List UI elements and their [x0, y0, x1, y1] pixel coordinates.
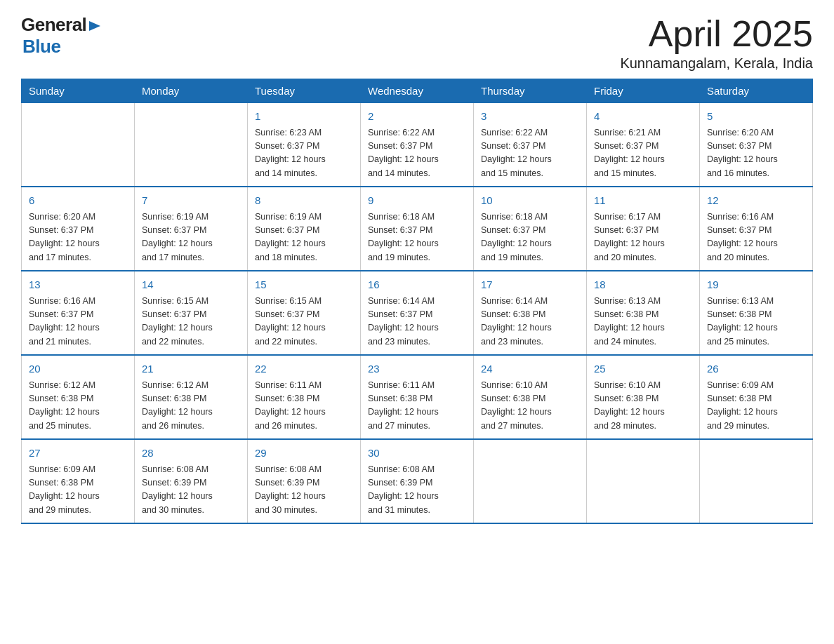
- calendar-cell: 15Sunrise: 6:15 AM Sunset: 6:37 PM Dayli…: [248, 271, 361, 355]
- calendar-cell: 24Sunrise: 6:10 AM Sunset: 6:38 PM Dayli…: [474, 355, 587, 439]
- calendar-cell: 17Sunrise: 6:14 AM Sunset: 6:38 PM Dayli…: [474, 271, 587, 355]
- weekday-header-tuesday: Tuesday: [248, 79, 361, 103]
- calendar-cell: 14Sunrise: 6:15 AM Sunset: 6:37 PM Dayli…: [135, 271, 248, 355]
- day-number: 21: [142, 361, 240, 377]
- day-number: 2: [368, 109, 466, 125]
- calendar-week-row: 27Sunrise: 6:09 AM Sunset: 6:38 PM Dayli…: [22, 439, 813, 523]
- weekday-header-saturday: Saturday: [700, 79, 813, 103]
- day-number: 8: [255, 193, 353, 209]
- day-number: 23: [368, 361, 466, 377]
- calendar-week-row: 20Sunrise: 6:12 AM Sunset: 6:38 PM Dayli…: [22, 355, 813, 439]
- day-number: 29: [255, 445, 353, 462]
- calendar-cell: [474, 439, 587, 523]
- day-info: Sunrise: 6:18 AM Sunset: 6:37 PM Dayligh…: [368, 210, 466, 265]
- day-info: Sunrise: 6:20 AM Sunset: 6:37 PM Dayligh…: [29, 210, 127, 265]
- day-number: 13: [29, 277, 127, 293]
- day-number: 10: [481, 193, 579, 209]
- title-area: April 2025 Kunnamangalam, Kerala, India: [620, 14, 813, 72]
- calendar-cell: 10Sunrise: 6:18 AM Sunset: 6:37 PM Dayli…: [474, 187, 587, 271]
- calendar-cell: 18Sunrise: 6:13 AM Sunset: 6:38 PM Dayli…: [587, 271, 700, 355]
- day-info: Sunrise: 6:12 AM Sunset: 6:38 PM Dayligh…: [29, 379, 127, 434]
- calendar-header: SundayMondayTuesdayWednesdayThursdayFrid…: [22, 79, 813, 103]
- calendar-cell: 28Sunrise: 6:08 AM Sunset: 6:39 PM Dayli…: [135, 439, 248, 523]
- day-info: Sunrise: 6:22 AM Sunset: 6:37 PM Dayligh…: [481, 126, 579, 181]
- calendar-cell: 3Sunrise: 6:22 AM Sunset: 6:37 PM Daylig…: [474, 103, 587, 187]
- day-info: Sunrise: 6:22 AM Sunset: 6:37 PM Dayligh…: [368, 126, 466, 181]
- day-info: Sunrise: 6:21 AM Sunset: 6:37 PM Dayligh…: [594, 126, 692, 181]
- day-info: Sunrise: 6:10 AM Sunset: 6:38 PM Dayligh…: [594, 379, 692, 434]
- day-number: 28: [142, 445, 240, 462]
- day-info: Sunrise: 6:13 AM Sunset: 6:38 PM Dayligh…: [707, 295, 805, 349]
- calendar-cell: 9Sunrise: 6:18 AM Sunset: 6:37 PM Daylig…: [361, 187, 474, 271]
- day-number: 11: [594, 193, 692, 209]
- day-info: Sunrise: 6:16 AM Sunset: 6:37 PM Dayligh…: [707, 210, 805, 265]
- calendar-table: SundayMondayTuesdayWednesdayThursdayFrid…: [21, 79, 813, 524]
- day-number: 3: [481, 109, 579, 125]
- day-number: 19: [707, 277, 805, 293]
- logo-blue-text: Blue: [22, 36, 60, 58]
- day-number: 24: [481, 361, 579, 377]
- weekday-header-friday: Friday: [587, 79, 700, 103]
- month-title: April 2025: [620, 14, 813, 54]
- weekday-header-sunday: Sunday: [22, 79, 135, 103]
- day-info: Sunrise: 6:20 AM Sunset: 6:37 PM Dayligh…: [707, 126, 805, 181]
- day-info: Sunrise: 6:19 AM Sunset: 6:37 PM Dayligh…: [255, 210, 353, 265]
- page-header: General Blue April 2025 Kunnamangalam, K…: [21, 14, 813, 72]
- day-info: Sunrise: 6:19 AM Sunset: 6:37 PM Dayligh…: [142, 210, 240, 265]
- day-info: Sunrise: 6:15 AM Sunset: 6:37 PM Dayligh…: [255, 295, 353, 349]
- day-number: 16: [368, 277, 466, 293]
- day-info: Sunrise: 6:16 AM Sunset: 6:37 PM Dayligh…: [29, 295, 127, 349]
- logo: General Blue: [21, 14, 103, 58]
- day-info: Sunrise: 6:11 AM Sunset: 6:38 PM Dayligh…: [255, 379, 353, 434]
- day-number: 9: [368, 193, 466, 209]
- day-info: Sunrise: 6:09 AM Sunset: 6:38 PM Dayligh…: [707, 379, 805, 434]
- calendar-cell: 2Sunrise: 6:22 AM Sunset: 6:37 PM Daylig…: [361, 103, 474, 187]
- calendar-cell: 6Sunrise: 6:20 AM Sunset: 6:37 PM Daylig…: [22, 187, 135, 271]
- calendar-cell: 27Sunrise: 6:09 AM Sunset: 6:38 PM Dayli…: [22, 439, 135, 523]
- weekday-header-wednesday: Wednesday: [361, 79, 474, 103]
- calendar-cell: [587, 439, 700, 523]
- calendar-cell: 4Sunrise: 6:21 AM Sunset: 6:37 PM Daylig…: [587, 103, 700, 187]
- day-info: Sunrise: 6:14 AM Sunset: 6:38 PM Dayligh…: [481, 295, 579, 349]
- day-number: 30: [368, 445, 466, 462]
- calendar-cell: 1Sunrise: 6:23 AM Sunset: 6:37 PM Daylig…: [248, 103, 361, 187]
- calendar-week-row: 1Sunrise: 6:23 AM Sunset: 6:37 PM Daylig…: [22, 103, 813, 187]
- day-info: Sunrise: 6:08 AM Sunset: 6:39 PM Dayligh…: [368, 463, 466, 518]
- svg-marker-0: [89, 21, 100, 31]
- day-info: Sunrise: 6:15 AM Sunset: 6:37 PM Dayligh…: [142, 295, 240, 349]
- logo-arrow-icon: [88, 18, 103, 34]
- day-info: Sunrise: 6:10 AM Sunset: 6:38 PM Dayligh…: [481, 379, 579, 434]
- logo-general-text: General: [21, 14, 86, 36]
- day-number: 1: [255, 109, 353, 125]
- day-info: Sunrise: 6:17 AM Sunset: 6:37 PM Dayligh…: [594, 210, 692, 265]
- day-number: 15: [255, 277, 353, 293]
- day-number: 4: [594, 109, 692, 125]
- day-info: Sunrise: 6:14 AM Sunset: 6:37 PM Dayligh…: [368, 295, 466, 349]
- calendar-cell: 23Sunrise: 6:11 AM Sunset: 6:38 PM Dayli…: [361, 355, 474, 439]
- calendar-cell: [135, 103, 248, 187]
- day-number: 27: [29, 445, 127, 462]
- day-info: Sunrise: 6:13 AM Sunset: 6:38 PM Dayligh…: [594, 295, 692, 349]
- day-number: 12: [707, 193, 805, 209]
- calendar-cell: 26Sunrise: 6:09 AM Sunset: 6:38 PM Dayli…: [700, 355, 813, 439]
- calendar-week-row: 13Sunrise: 6:16 AM Sunset: 6:37 PM Dayli…: [22, 271, 813, 355]
- day-number: 20: [29, 361, 127, 377]
- calendar-cell: 8Sunrise: 6:19 AM Sunset: 6:37 PM Daylig…: [248, 187, 361, 271]
- day-number: 14: [142, 277, 240, 293]
- weekday-header-thursday: Thursday: [474, 79, 587, 103]
- calendar-cell: 12Sunrise: 6:16 AM Sunset: 6:37 PM Dayli…: [700, 187, 813, 271]
- calendar-cell: [22, 103, 135, 187]
- day-info: Sunrise: 6:08 AM Sunset: 6:39 PM Dayligh…: [142, 463, 240, 518]
- day-info: Sunrise: 6:23 AM Sunset: 6:37 PM Dayligh…: [255, 126, 353, 181]
- day-number: 7: [142, 193, 240, 209]
- day-number: 5: [707, 109, 805, 125]
- calendar-body: 1Sunrise: 6:23 AM Sunset: 6:37 PM Daylig…: [22, 103, 813, 524]
- calendar-cell: 21Sunrise: 6:12 AM Sunset: 6:38 PM Dayli…: [135, 355, 248, 439]
- calendar-cell: 5Sunrise: 6:20 AM Sunset: 6:37 PM Daylig…: [700, 103, 813, 187]
- day-number: 22: [255, 361, 353, 377]
- day-info: Sunrise: 6:12 AM Sunset: 6:38 PM Dayligh…: [142, 379, 240, 434]
- calendar-cell: 22Sunrise: 6:11 AM Sunset: 6:38 PM Dayli…: [248, 355, 361, 439]
- day-info: Sunrise: 6:18 AM Sunset: 6:37 PM Dayligh…: [481, 210, 579, 265]
- location-text: Kunnamangalam, Kerala, India: [620, 55, 813, 72]
- day-number: 25: [594, 361, 692, 377]
